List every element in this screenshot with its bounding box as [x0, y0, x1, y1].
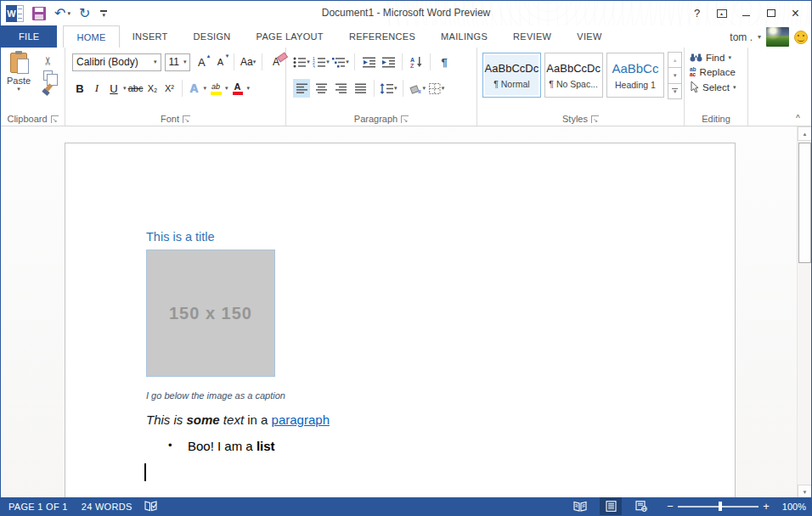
scroll-up-icon[interactable]: ▲: [798, 126, 811, 141]
text-highlight-button[interactable]: ab: [208, 80, 223, 97]
tab-references[interactable]: REFERENCES: [336, 25, 428, 48]
tab-insert[interactable]: INSERT: [120, 25, 181, 48]
account-dropdown-icon[interactable]: ▾: [758, 33, 761, 41]
font-color-button[interactable]: A: [230, 80, 245, 97]
tab-mailings[interactable]: MAILINGS: [428, 25, 500, 48]
paste-dropdown-icon[interactable]: ▾: [17, 86, 20, 93]
font-size-select[interactable]: 11 ▾: [165, 53, 191, 71]
tab-file[interactable]: FILE: [1, 25, 57, 48]
titlebar: W ↶ ▾ ↻ ▾ Document1 - Microsoft Word Pre…: [1, 1, 811, 25]
select-button[interactable]: Select ▾: [690, 81, 746, 93]
paste-button[interactable]: Paste ▾: [3, 51, 35, 112]
text-effects-button[interactable]: A: [187, 80, 202, 97]
borders-button[interactable]: ▾: [428, 79, 445, 98]
zoom-slider-handle[interactable]: [719, 502, 722, 511]
dialog-launcher-icon[interactable]: ↘: [591, 115, 599, 123]
strikethrough-button[interactable]: abc: [128, 80, 144, 97]
document-page[interactable]: This is a title 150 x 150 I go below the…: [65, 143, 736, 499]
shading-button[interactable]: ▾: [409, 79, 426, 98]
dialog-launcher-icon[interactable]: ↘: [183, 115, 190, 123]
doc-paragraph[interactable]: This is some text in a paragraph: [146, 412, 330, 427]
account-name[interactable]: tom .: [730, 31, 753, 43]
feedback-smiley-icon[interactable]: [794, 31, 808, 44]
avatar[interactable]: [766, 27, 789, 47]
zoom-slider[interactable]: [678, 497, 758, 515]
align-center-button[interactable]: [313, 79, 330, 98]
vertical-scrollbar[interactable]: ▲ ▼: [797, 126, 811, 499]
tab-page-layout[interactable]: PAGE LAYOUT: [244, 25, 336, 48]
collapse-ribbon-icon[interactable]: ∧: [795, 113, 801, 120]
page-count[interactable]: PAGE 1 OF 1: [8, 502, 68, 512]
underline-button[interactable]: U: [106, 80, 121, 97]
doc-image-placeholder[interactable]: 150 x 150: [146, 250, 275, 377]
style-heading1[interactable]: AaBbCc Heading 1: [606, 53, 665, 98]
style-normal[interactable]: AaBbCcDc ¶ Normal: [482, 53, 541, 98]
proofing-book-icon: [144, 501, 157, 512]
multilevel-list-icon: [332, 57, 345, 68]
doc-caption[interactable]: I go below the image as a caption: [146, 390, 285, 401]
group-clipboard: Paste ▾ ✂ Clipboard ↘: [1, 48, 65, 126]
web-layout-button[interactable]: [630, 497, 652, 515]
minimize-icon: [742, 15, 750, 16]
styles-scroll-up-icon[interactable]: ▲: [668, 52, 682, 68]
ribbon-display-options-button[interactable]: ▴: [709, 1, 734, 25]
style-no-spacing[interactable]: AaBbCcDc ¶ No Spac...: [544, 53, 603, 98]
maximize-button[interactable]: [758, 1, 783, 25]
proofing-errors-button[interactable]: [144, 501, 157, 512]
sort-button[interactable]: AZ: [408, 53, 425, 71]
italic-button[interactable]: I: [89, 80, 104, 97]
multilevel-list-button[interactable]: ▾: [332, 53, 349, 71]
tab-view[interactable]: VIEW: [564, 25, 614, 48]
tab-design[interactable]: DESIGN: [181, 25, 244, 48]
styles-gallery-more-button[interactable]: ▼: [668, 83, 682, 99]
change-case-button[interactable]: Aa ▾: [240, 53, 256, 70]
styles-scroll-down-icon[interactable]: ▼: [668, 67, 682, 83]
help-button[interactable]: ?: [685, 1, 709, 25]
replace-button[interactable]: abac Replace: [690, 67, 746, 77]
font-group-label: Font ↘: [65, 114, 285, 124]
copy-icon[interactable]: [43, 70, 53, 81]
clear-formatting-button[interactable]: A: [268, 53, 284, 70]
superscript-button[interactable]: X²: [162, 80, 178, 97]
ribbon-tab-row: FILE HOME INSERT DESIGN PAGE LAYOUT REFE…: [1, 25, 811, 48]
word-count[interactable]: 24 WORDS: [82, 502, 133, 512]
doc-hyperlink[interactable]: paragraph: [272, 412, 330, 427]
doc-list-item[interactable]: • Boo! I am a list: [168, 439, 275, 453]
line-spacing-button[interactable]: ▾: [380, 79, 398, 98]
increase-indent-button[interactable]: [380, 53, 397, 71]
cursor-arrow-icon: [690, 81, 699, 93]
zoom-out-button[interactable]: −: [663, 500, 678, 513]
tab-home[interactable]: HOME: [63, 25, 119, 48]
close-button[interactable]: ×: [783, 1, 808, 25]
shrink-font-button[interactable]: A: [212, 53, 228, 70]
align-center-icon: [316, 83, 327, 93]
doc-heading[interactable]: This is a title: [146, 230, 215, 244]
dialog-launcher-icon[interactable]: ↘: [51, 115, 59, 123]
tab-review[interactable]: REVIEW: [500, 25, 564, 48]
align-right-button[interactable]: [332, 79, 349, 98]
numbering-button[interactable]: 123 ▾: [313, 53, 330, 71]
minimize-button[interactable]: [734, 1, 758, 25]
align-left-button[interactable]: [293, 79, 310, 98]
bold-button[interactable]: B: [72, 80, 87, 97]
font-color-swatch: [233, 92, 243, 95]
dialog-launcher-icon[interactable]: ↘: [401, 115, 409, 123]
read-mode-button[interactable]: [569, 497, 591, 515]
cut-icon[interactable]: ✂: [42, 56, 54, 65]
justify-button[interactable]: [352, 79, 369, 98]
subscript-button[interactable]: X₂: [145, 80, 161, 97]
account-area[interactable]: tom . ▾: [730, 26, 808, 48]
grow-font-button[interactable]: A: [194, 53, 209, 70]
numbering-icon: 123: [313, 57, 325, 68]
scrollbar-thumb[interactable]: [798, 143, 811, 263]
decrease-indent-button[interactable]: [360, 53, 377, 71]
zoom-in-button[interactable]: +: [758, 500, 774, 513]
underline-dropdown-icon[interactable]: ▾: [123, 85, 127, 92]
print-layout-button[interactable]: [600, 497, 622, 515]
find-button[interactable]: Find ▾: [690, 53, 746, 63]
format-painter-icon[interactable]: [42, 84, 53, 94]
bullets-button[interactable]: ▾: [293, 53, 310, 71]
zoom-level[interactable]: 100%: [774, 502, 806, 512]
font-family-select[interactable]: Calibri (Body) ▾: [72, 53, 161, 71]
show-hide-pilcrow-icon[interactable]: ¶: [436, 53, 453, 71]
